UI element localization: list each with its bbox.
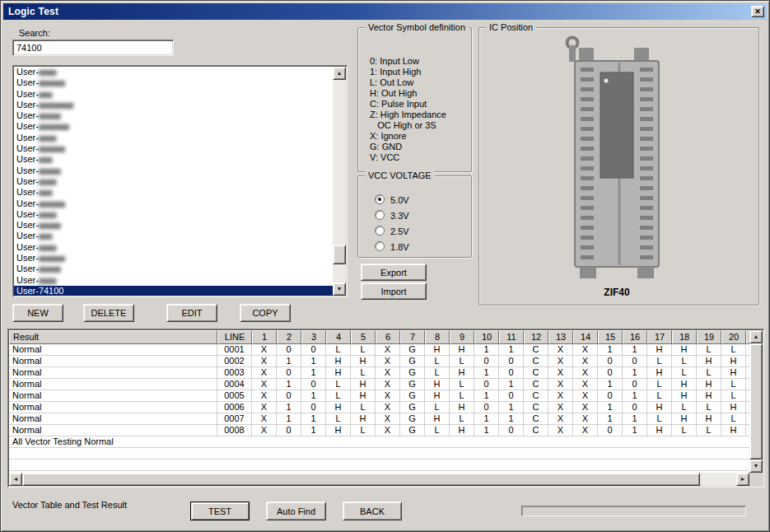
column-header[interactable]: 3 [301, 330, 326, 344]
search-input[interactable] [12, 40, 174, 56]
vector-cell: 1 [474, 425, 499, 436]
column-header[interactable]: 12 [524, 330, 548, 344]
list-item[interactable]: User-▆▆▆▆▆▆ [14, 143, 333, 154]
list-item[interactable]: User-▆▆▆▆▆▆▆ [14, 121, 333, 132]
scroll-down-icon[interactable]: ▼ [333, 282, 346, 296]
list-item[interactable]: User-▆▆▆▆▆ [14, 110, 333, 121]
vector-cell: 0 [499, 367, 524, 379]
column-header[interactable]: 4 [326, 330, 351, 344]
vector-cell: L [697, 402, 721, 413]
column-header[interactable]: 17 [647, 330, 672, 344]
table-row[interactable]: Normal0005X01LHXGHL10CXX01LHHL0 [9, 390, 751, 402]
vector-cell: L [351, 367, 376, 379]
list-item[interactable]: User-▆▆▆▆ [14, 209, 333, 220]
list-item[interactable]: User-▆▆▆▆ [14, 242, 333, 253]
list-item[interactable]: User-▆▆▆▆ [14, 176, 333, 187]
new-button[interactable]: NEW [12, 304, 63, 322]
delete-button[interactable]: DELETE [83, 304, 134, 322]
column-header[interactable]: 14 [573, 330, 598, 344]
copy-button[interactable]: COPY [240, 304, 291, 322]
table-row[interactable]: Normal0003X01HLXGLH10CXX01HLLH1 [9, 367, 751, 379]
column-header[interactable]: 19 [697, 330, 721, 344]
vector-cell: H [721, 425, 746, 436]
list-item[interactable]: User-▆▆▆▆▆ [14, 166, 333, 176]
scroll-down-icon[interactable]: ▼ [749, 460, 763, 473]
vcc-option-1.8v[interactable]: 1.8V [375, 240, 471, 255]
vector-cell: 0 [277, 425, 301, 436]
column-header[interactable]: 18 [672, 330, 697, 344]
table-vscroll-thumb[interactable] [749, 343, 763, 460]
list-item[interactable]: User-▆▆▆▆ [14, 133, 333, 143]
list-item[interactable]: User-▆▆▆▆▆▆ [14, 77, 333, 88]
list-scroll-thumb[interactable] [333, 245, 346, 264]
vector-cell: H [721, 356, 746, 367]
radio-icon[interactable] [375, 241, 385, 251]
vector-cell: X [573, 413, 598, 425]
scroll-up-icon[interactable]: ▲ [749, 330, 763, 343]
auto-find-button[interactable]: Auto Find [266, 502, 326, 520]
table-row[interactable]: Normal0002X11HHXGLL00CXX00LLHH1 [9, 356, 751, 367]
test-button[interactable]: TEST [190, 502, 250, 520]
edit-button[interactable]: EDIT [166, 304, 217, 322]
vector-cell: L [351, 425, 376, 436]
table-body: Normal0001X00LLXGHH11CXX11HHLL0Normal000… [9, 344, 751, 471]
list-item[interactable]: User-▆▆▆▆ [14, 67, 333, 77]
list-scrollbar[interactable]: ▲ ▼ [333, 67, 346, 296]
table-row[interactable]: Normal0007X11LHXGHL11CXX11LHHL0 [9, 413, 751, 425]
import-button[interactable]: Import [361, 282, 427, 300]
close-button[interactable]: ✕ [751, 6, 764, 17]
table-row[interactable]: Normal0008X01HLXGLH10CXX01HLLH1 [9, 425, 751, 436]
summary-row: All Vector Testing Normal [9, 436, 751, 448]
column-header[interactable]: 13 [548, 330, 573, 344]
column-header[interactable]: 8 [425, 330, 450, 344]
vector-cell: 1 [499, 344, 524, 356]
table-row[interactable]: Normal0001X00LLXGHH11CXX11HHLL0 [9, 344, 751, 356]
vcc-option-2.5v[interactable]: 2.5V [375, 224, 471, 240]
column-header[interactable]: 11 [499, 330, 524, 344]
list-item[interactable]: User-▆▆▆ [14, 89, 333, 100]
column-header[interactable]: 1 [252, 330, 277, 344]
column-header[interactable]: 16 [623, 330, 647, 344]
list-item[interactable]: User-▆▆▆▆▆▆▆▆ [14, 100, 333, 110]
column-header[interactable]: 2 [277, 330, 301, 344]
vector-cell: G [400, 402, 425, 413]
table-hscroll-thumb[interactable] [22, 473, 700, 486]
list-item[interactable]: User-▆▆▆▆▆▆ [14, 198, 333, 209]
column-header[interactable]: 20 [721, 330, 746, 344]
table-row[interactable]: Normal0004X10LHXGHL01CXX10LHHL0 [9, 379, 751, 390]
column-header[interactable]: 9 [450, 330, 474, 344]
radio-icon[interactable] [375, 210, 385, 220]
column-header[interactable]: Result [9, 330, 217, 344]
vector-cell: X [573, 379, 598, 390]
list-item[interactable]: User-▆▆▆▆ [14, 275, 333, 286]
list-item[interactable]: User-▆▆▆▆▆▆ [14, 253, 333, 264]
list-item[interactable]: User-▆▆▆ [14, 187, 333, 198]
vector-cell: L [450, 413, 474, 425]
list-item-selected[interactable]: User-74100 [14, 286, 333, 296]
table-hscrollbar[interactable]: ◄ ► [9, 473, 749, 486]
list-item[interactable]: User-▆▆▆▆▆ [14, 264, 333, 274]
table-vscrollbar[interactable]: ▲ ▼ [749, 330, 763, 473]
list-item[interactable]: User-▆▆▆ [14, 231, 333, 241]
ic-position-title: IC Position [486, 22, 536, 32]
list-item[interactable]: User-▆▆▆▆▆ [14, 220, 333, 231]
column-header[interactable]: 5 [351, 330, 376, 344]
vcc-option-3.3v[interactable]: 3.3V [375, 208, 471, 224]
back-button[interactable]: BACK [343, 502, 402, 520]
scroll-up-icon[interactable]: ▲ [333, 67, 346, 80]
scroll-right-icon[interactable]: ► [736, 473, 749, 486]
table-row[interactable]: Normal0006X10HLXGLH01CXX10HLLH1 [9, 402, 751, 413]
vcc-option-5.0v[interactable]: 5.0V [375, 193, 471, 208]
list-item[interactable]: User-▆▆▆ [14, 154, 333, 165]
titlebar[interactable]: Logic Test ✕ [3, 3, 767, 20]
column-header[interactable]: 6 [376, 330, 400, 344]
scroll-left-icon[interactable]: ◄ [9, 473, 22, 486]
radio-icon[interactable] [375, 194, 385, 204]
radio-icon[interactable] [375, 226, 385, 236]
column-header[interactable]: 15 [598, 330, 623, 344]
column-header[interactable]: 10 [474, 330, 499, 344]
export-button[interactable]: Export [361, 264, 427, 281]
vector-cell: 1 [499, 413, 524, 425]
column-header[interactable]: LINE [217, 330, 252, 344]
column-header[interactable]: 7 [400, 330, 425, 344]
